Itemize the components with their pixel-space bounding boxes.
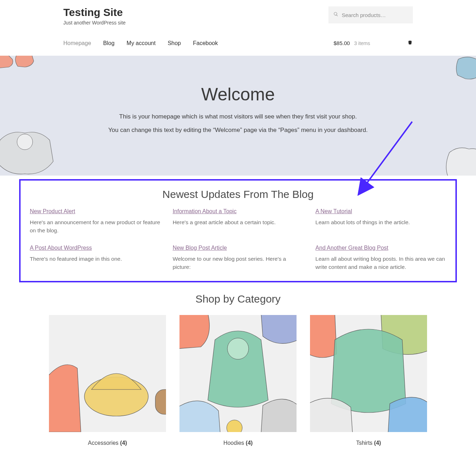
blog-post-link[interactable]: Information About a Topic (173, 208, 237, 214)
blog-post: New Blog Post Article Welcome to our new… (173, 245, 304, 271)
svg-point-0 (17, 134, 33, 150)
category-card-hoodies[interactable]: Hoodies (4) (179, 315, 297, 446)
blog-post: And Another Great Blog Post Learn all ab… (315, 245, 446, 271)
svg-point-4 (227, 338, 249, 359)
category-image (179, 315, 297, 432)
blog-post: New Product Alert Here's an announcement… (30, 208, 161, 235)
annotation-arrow-icon (348, 118, 419, 196)
site-title[interactable]: Testing Site (63, 6, 126, 18)
decor-hoodie-icon (0, 129, 57, 176)
basket-icon (407, 40, 413, 46)
decor-tee-icon (444, 147, 476, 176)
blog-post-link[interactable]: New Blog Post Article (173, 245, 227, 251)
shop-heading: Shop by Category (0, 293, 476, 305)
category-label: Tshirts (4) (310, 440, 427, 446)
blog-post-excerpt: Learn all about writing blog posts. In t… (315, 255, 446, 271)
category-card-tshirts[interactable]: Tshirts (4) (310, 315, 427, 446)
decor-polo-icon (455, 56, 476, 84)
search-icon (333, 12, 338, 18)
blog-post: A New Tutorial Learn about lots of thing… (315, 208, 446, 235)
blog-post-link[interactable]: And Another Great Blog Post (315, 245, 388, 251)
category-label: Hoodies (4) (179, 440, 297, 446)
category-image (310, 315, 427, 432)
blog-post: A Post About WordPress There's no featur… (30, 245, 161, 271)
search-input[interactable] (342, 12, 408, 18)
blog-post-excerpt: Welcome to our new blog post series. Her… (173, 255, 304, 271)
svg-point-5 (227, 420, 242, 432)
blog-post: Information About a Topic Here's a great… (173, 208, 304, 235)
primary-nav: Homepage Blog My account Shop Facebook $… (63, 40, 413, 56)
site-branding: Testing Site Just another WordPress site (63, 6, 126, 26)
site-tagline: Just another WordPress site (63, 20, 126, 26)
blog-section: Newest Updates From The Blog New Product… (0, 179, 476, 282)
cart-link[interactable]: $85.00 3 items (333, 40, 413, 46)
svg-line-1 (362, 122, 412, 189)
blog-post-excerpt: Learn about lots of things in the articl… (315, 218, 446, 226)
blog-post-link[interactable]: New Product Alert (30, 208, 75, 214)
shop-by-category: Shop by Category Accessories (4) (0, 282, 476, 446)
blog-post-excerpt: Here's a great article about a certain t… (173, 218, 304, 226)
blog-post-link[interactable]: A New Tutorial (315, 208, 352, 214)
nav-my-account[interactable]: My account (127, 40, 156, 46)
cart-price: $85.00 (333, 40, 350, 46)
hero-title: Welcome (7, 84, 469, 105)
search-box[interactable] (328, 6, 413, 23)
category-image (49, 315, 166, 432)
blog-post-excerpt: Here's an announcement for a new product… (30, 218, 161, 235)
category-label: Accessories (4) (49, 440, 166, 446)
svg-rect-3 (155, 389, 166, 414)
nav-facebook[interactable]: Facebook (193, 40, 218, 46)
decor-tshirt-icon (0, 56, 35, 70)
blog-post-link[interactable]: A Post About WordPress (30, 245, 92, 251)
nav-homepage[interactable]: Homepage (63, 40, 91, 46)
cart-count: 3 items (354, 40, 370, 46)
blog-post-excerpt: There's no featured image in this one. (30, 255, 161, 263)
nav-shop[interactable]: Shop (168, 40, 181, 46)
category-card-accessories[interactable]: Accessories (4) (49, 315, 166, 446)
nav-blog[interactable]: Blog (103, 40, 115, 46)
